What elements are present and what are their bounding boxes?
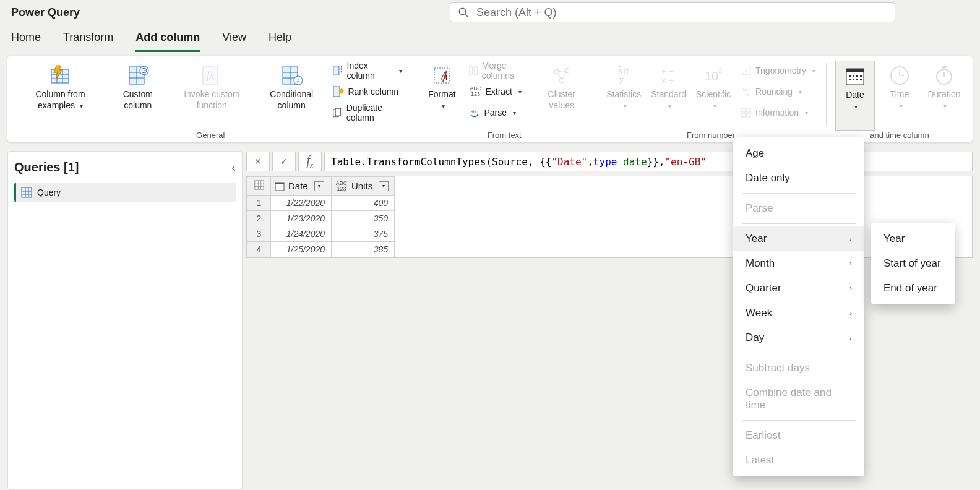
column-header-units[interactable]: ABC123 Units ▾	[332, 177, 395, 196]
menu-item-latest: Latest	[733, 448, 864, 473]
svg-text:.00: .00	[742, 87, 748, 92]
svg-rect-54	[747, 108, 750, 112]
svg-rect-61	[856, 75, 858, 77]
column-header-date[interactable]: Date ▾	[271, 177, 332, 196]
stopwatch-icon	[932, 63, 956, 88]
svg-text:≠: ≠	[296, 77, 300, 84]
clock-icon	[887, 63, 912, 88]
filter-icon[interactable]: ▾	[379, 181, 389, 191]
calendar-icon	[843, 64, 867, 88]
tab-home[interactable]: Home	[11, 26, 41, 52]
collapse-queries-icon[interactable]: ‹	[231, 160, 236, 174]
tab-view[interactable]: View	[222, 26, 246, 52]
duplicate-column-button[interactable]: Duplicate column	[330, 104, 405, 121]
duration-button: Duration▾	[924, 61, 964, 131]
chevron-right-icon: ›	[849, 309, 852, 317]
svg-text:X̄σ: X̄σ	[617, 66, 629, 76]
submenu-end-of-year[interactable]: End of year	[871, 276, 980, 301]
search-icon	[458, 7, 469, 18]
svg-point-0	[459, 8, 466, 15]
trigonometry-button: Trigonometry▾	[738, 62, 818, 79]
submenu-year[interactable]: Year	[871, 226, 980, 251]
svg-text:2: 2	[718, 67, 722, 74]
menu-item-date-parse: Parse	[733, 196, 864, 221]
chevron-down-icon: ▾	[799, 88, 802, 95]
table-row[interactable]: 41/25/2020385	[247, 242, 395, 257]
custom-column-button[interactable]: Custom column	[110, 61, 166, 131]
index-column-icon: 123	[333, 65, 343, 76]
filter-icon[interactable]: ▾	[314, 181, 324, 191]
parse-button[interactable]: abc Parse▾	[466, 104, 531, 121]
table-row[interactable]: 11/22/2020400	[247, 196, 395, 211]
info-icon	[741, 107, 752, 118]
menu-item-day[interactable]: Day›	[733, 325, 864, 350]
custom-column-icon	[126, 63, 150, 88]
table-row[interactable]: 21/23/2020350	[247, 211, 395, 226]
menu-item-year[interactable]: Year›	[733, 226, 864, 251]
svg-rect-56	[747, 113, 750, 117]
menu-item-month[interactable]: Month›	[733, 251, 864, 276]
scientific-icon: 102	[701, 63, 726, 88]
select-all-corner[interactable]	[247, 177, 271, 196]
duplicate-column-icon	[333, 107, 342, 118]
svg-rect-33	[470, 67, 473, 75]
chevron-right-icon: ›	[849, 234, 852, 243]
submenu-start-of-year[interactable]: Start of year	[871, 251, 980, 276]
search-box[interactable]	[450, 2, 895, 22]
chevron-down-icon: ▾	[805, 110, 808, 116]
svg-text:× ÷: × ÷	[661, 76, 674, 86]
chevron-right-icon: ›	[849, 259, 852, 268]
menu-item-date-only[interactable]: Date only	[733, 166, 864, 191]
commit-formula-button[interactable]: ✓	[272, 152, 296, 171]
group-label-general: General	[16, 131, 405, 142]
formula-input[interactable]: Table.TransformColumnTypes(Source, {{"Da…	[324, 152, 973, 171]
search-input[interactable]	[476, 6, 887, 19]
queries-title: Queries [1]	[14, 160, 79, 174]
index-column-button[interactable]: 123 Index column▾	[330, 62, 405, 79]
query-item[interactable]: Query	[14, 183, 236, 202]
tab-add-column[interactable]: Add column	[135, 26, 200, 52]
chevron-down-icon: ▾	[80, 103, 83, 110]
menu-item-earliest: Earliest	[733, 423, 864, 448]
abc123-icon: ABC123	[335, 181, 348, 192]
chevron-down-icon: ▾	[513, 110, 516, 116]
menu-item-week[interactable]: Week›	[733, 301, 864, 325]
svg-line-41	[557, 71, 567, 72]
group-label-from-text: From text	[422, 131, 587, 142]
menu-item-quarter[interactable]: Quarter›	[733, 276, 864, 301]
svg-rect-62	[860, 75, 862, 77]
lightning-table-icon	[48, 63, 72, 88]
svg-rect-64	[853, 79, 854, 80]
scientific-button: 102 Scientific▾	[694, 61, 733, 131]
trig-icon	[741, 65, 752, 76]
tab-help[interactable]: Help	[269, 26, 291, 52]
column-from-examples-button[interactable]: Column from examples ▾	[16, 61, 105, 131]
chevron-down-icon: ▾	[442, 103, 445, 110]
menu-item-age[interactable]: Age	[733, 141, 864, 166]
time-button: Time▾	[880, 61, 919, 131]
chevron-down-icon: ▾	[668, 103, 671, 110]
svg-rect-63	[849, 79, 851, 80]
rank-column-icon	[333, 86, 344, 97]
merge-columns-button: Merge columns	[466, 62, 531, 79]
format-button[interactable]: A Format▾	[422, 61, 462, 131]
fx-button[interactable]: fx	[298, 152, 322, 171]
svg-rect-65	[856, 79, 858, 80]
cancel-formula-button[interactable]: ✕	[246, 152, 270, 171]
svg-marker-50	[742, 66, 750, 75]
svg-rect-60	[853, 75, 854, 77]
svg-text:abc: abc	[471, 110, 478, 114]
table-row[interactable]: 31/24/2020375	[247, 226, 395, 242]
extract-button[interactable]: ABC123 Extract▾	[466, 83, 531, 100]
abc123-icon: ABC123	[469, 86, 481, 97]
chevron-right-icon: ›	[849, 333, 852, 342]
rounding-button: .00→.0 Rounding▾	[738, 83, 818, 100]
conditional-column-button[interactable]: ≠ Conditional column	[257, 61, 325, 131]
date-button[interactable]: Date▾	[835, 61, 875, 131]
statistics-icon: X̄σΣ	[611, 63, 636, 88]
svg-line-43	[562, 71, 567, 80]
standard-button: + −× ÷ Standard▾	[648, 61, 689, 131]
calendar-small-icon	[275, 181, 285, 191]
rank-column-button[interactable]: Rank column	[330, 83, 405, 100]
tab-transform[interactable]: Transform	[63, 26, 113, 52]
